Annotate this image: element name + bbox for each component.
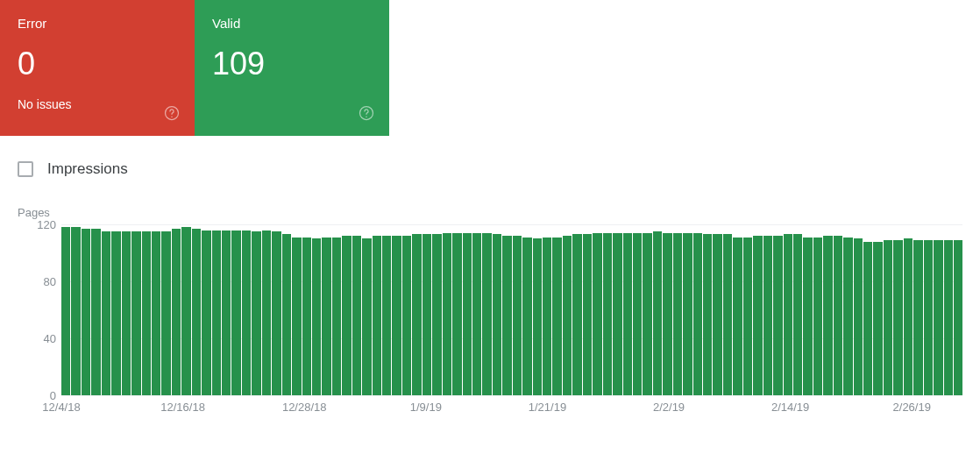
chart-bar[interactable]	[91, 229, 100, 395]
chart-bar[interactable]	[392, 236, 401, 395]
chart-bar[interactable]	[272, 231, 281, 395]
chart-bar[interactable]	[71, 227, 80, 395]
chart-bar[interactable]	[673, 233, 682, 395]
chart-bar[interactable]	[543, 238, 551, 395]
chart-bar[interactable]	[202, 230, 210, 396]
chart-bar[interactable]	[563, 236, 572, 395]
checkbox-unchecked-icon[interactable]	[18, 161, 33, 177]
impressions-toggle[interactable]: Impressions	[0, 136, 980, 178]
chart-bar[interactable]	[423, 234, 431, 395]
chart-bar[interactable]	[623, 233, 632, 395]
chart-bar[interactable]	[352, 236, 361, 395]
chart-bar[interactable]	[803, 238, 812, 395]
y-tick: 80	[28, 274, 56, 287]
chart-bar[interactable]	[944, 240, 953, 395]
chart-bar[interactable]	[142, 231, 151, 395]
x-tick: 12/4/18	[42, 401, 80, 414]
chart-bar[interactable]	[432, 234, 441, 395]
chart-bar[interactable]	[242, 230, 251, 396]
chart-bar[interactable]	[934, 240, 942, 395]
chart-bar[interactable]	[222, 230, 231, 396]
chart-bar[interactable]	[231, 230, 240, 396]
chart-bar[interactable]	[793, 234, 802, 395]
chart-bar[interactable]	[533, 238, 542, 395]
chart-bar[interactable]	[713, 234, 721, 395]
chart-bar[interactable]	[693, 233, 702, 395]
chart-bar[interactable]	[111, 231, 120, 395]
chart-bar[interactable]	[613, 233, 621, 395]
chart-bar[interactable]	[784, 234, 792, 395]
chart-bar[interactable]	[292, 238, 301, 395]
chart-bar[interactable]	[302, 238, 311, 395]
chart-bar[interactable]	[252, 231, 260, 395]
chart-bar[interactable]	[873, 242, 882, 396]
chart-bar[interactable]	[924, 240, 933, 395]
chart-bar[interactable]	[152, 231, 160, 395]
chart-bar[interactable]	[843, 238, 852, 395]
chart-bar[interactable]	[904, 238, 913, 395]
chart-bar[interactable]	[552, 238, 561, 395]
chart-bar[interactable]	[583, 234, 592, 395]
chart-bar[interactable]	[402, 236, 411, 395]
chart-bar[interactable]	[663, 233, 671, 395]
chart-bar[interactable]	[813, 238, 822, 395]
chart-bar[interactable]	[743, 238, 752, 395]
chart-bar[interactable]	[443, 233, 451, 395]
chart-bar[interactable]	[332, 238, 341, 395]
chart-bar[interactable]	[863, 242, 872, 396]
error-card[interactable]: Error 0 No issues	[0, 0, 195, 136]
chart-bar[interactable]	[723, 234, 732, 395]
chart-bar[interactable]	[463, 233, 472, 395]
chart-bar[interactable]	[212, 230, 221, 396]
chart-bar[interactable]	[172, 229, 181, 395]
chart-bar[interactable]	[181, 227, 190, 395]
chart-bar[interactable]	[683, 233, 692, 395]
chart-bar[interactable]	[513, 236, 522, 395]
chart-bar[interactable]	[854, 238, 863, 395]
chart-bar[interactable]	[823, 236, 832, 395]
chart-bar[interactable]	[733, 238, 742, 395]
help-icon[interactable]	[358, 104, 375, 122]
chart-bar[interactable]	[603, 233, 612, 395]
chart-bar[interactable]	[482, 233, 491, 395]
chart-bar[interactable]	[61, 227, 70, 395]
chart-bar[interactable]	[82, 229, 90, 395]
chart-bar[interactable]	[342, 236, 351, 395]
chart-bar[interactable]	[382, 236, 391, 395]
chart-bar[interactable]	[122, 231, 131, 395]
chart-bar[interactable]	[312, 238, 321, 395]
chart-bar[interactable]	[161, 231, 170, 395]
chart-bar[interactable]	[262, 230, 271, 396]
chart-bar[interactable]	[572, 234, 581, 395]
chart-bar[interactable]	[593, 233, 601, 395]
help-icon[interactable]	[163, 104, 181, 122]
chart-bar[interactable]	[913, 240, 922, 395]
chart-bar[interactable]	[362, 238, 371, 395]
chart-bar[interactable]	[763, 236, 772, 395]
chart-bar[interactable]	[643, 233, 651, 395]
chart-bar[interactable]	[102, 231, 110, 395]
chart-bar[interactable]	[633, 233, 642, 395]
valid-card[interactable]: Valid 109	[195, 0, 389, 136]
chart-bar[interactable]	[192, 229, 201, 395]
chart-bar[interactable]	[322, 238, 330, 395]
chart-bar[interactable]	[954, 240, 962, 395]
chart-bar[interactable]	[653, 231, 662, 395]
chart-bar[interactable]	[131, 231, 140, 395]
chart-bar[interactable]	[282, 234, 291, 395]
chart-bar[interactable]	[412, 234, 421, 395]
chart-bar[interactable]	[522, 238, 531, 395]
chart-bar[interactable]	[753, 236, 762, 395]
chart-bar[interactable]	[472, 233, 481, 395]
chart-bar[interactable]	[884, 240, 892, 395]
chart-bar[interactable]	[834, 236, 842, 395]
chart-bar[interactable]	[493, 234, 501, 395]
chart-bar[interactable]	[773, 236, 782, 395]
chart-bar[interactable]	[373, 236, 381, 395]
chart-bar[interactable]	[893, 240, 902, 395]
chart-bar[interactable]	[502, 236, 511, 395]
chart-bar[interactable]	[452, 233, 461, 395]
x-tick: 2/26/19	[893, 401, 931, 414]
chart-bar[interactable]	[703, 234, 712, 395]
x-tick: 2/14/19	[771, 401, 809, 414]
